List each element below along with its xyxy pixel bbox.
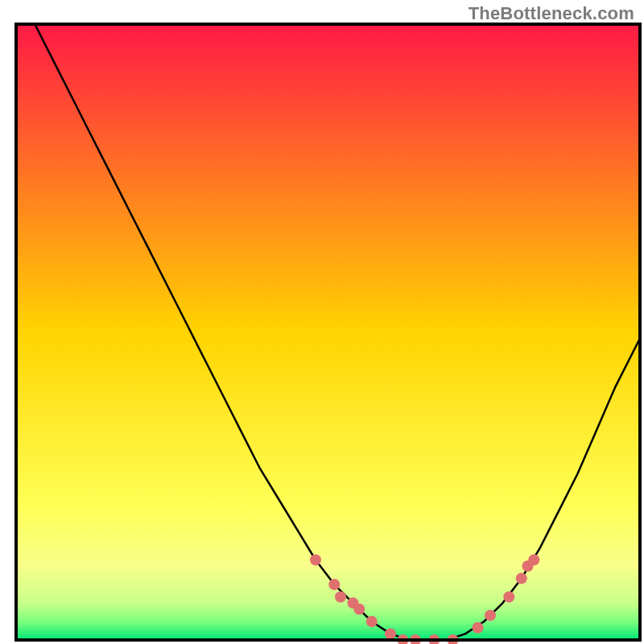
marker-dot xyxy=(353,604,365,615)
marker-dot xyxy=(503,592,514,603)
marker-dot xyxy=(485,609,496,621)
marker-dot xyxy=(310,555,321,566)
marker-dot xyxy=(385,628,396,639)
bottleneck-curve-chart xyxy=(0,0,644,644)
marker-dot xyxy=(473,622,484,634)
marker-dot xyxy=(528,555,539,566)
chart-container: TheBottleneck.com xyxy=(0,0,644,644)
marker-dot xyxy=(366,616,378,627)
marker-dot xyxy=(328,579,340,590)
chart-background xyxy=(16,24,640,640)
marker-dot xyxy=(516,573,527,584)
marker-dot xyxy=(335,592,346,603)
